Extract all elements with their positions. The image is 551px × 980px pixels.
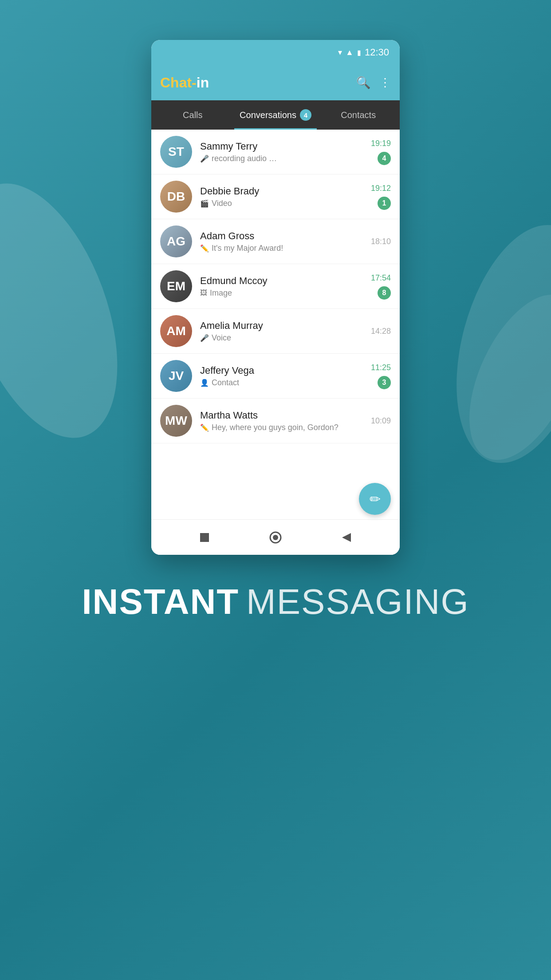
- logo-sep: -: [192, 75, 197, 91]
- nav-bar: [151, 519, 400, 555]
- conv-meta-sammy: 19:194: [371, 139, 391, 165]
- conv-preview-debbie: 🎬Video: [200, 199, 371, 208]
- conv-time-sammy: 19:19: [371, 139, 391, 148]
- conv-name-jeffery: Jeffery Vega: [200, 365, 371, 376]
- conv-preview-edmund: 🖼Image: [200, 288, 371, 298]
- search-button[interactable]: 🔍: [356, 76, 370, 90]
- conversation-item-sammy[interactable]: STSammy Terry🎤recording audio …19:194: [151, 130, 400, 174]
- conversation-item-edmund[interactable]: EMEdmund Mccoy🖼Image17:548: [151, 264, 400, 309]
- battery-icon: ▮: [357, 48, 361, 57]
- avatar-sammy: ST: [160, 136, 192, 168]
- nav-home-button[interactable]: [267, 529, 284, 546]
- conv-content-sammy: Sammy Terry🎤recording audio …: [200, 141, 371, 163]
- conv-preview-icon-sammy: 🎤: [200, 154, 209, 163]
- tab-conversations-label: Conversations: [240, 110, 296, 120]
- conv-content-edmund: Edmund Mccoy🖼Image: [200, 275, 371, 298]
- conversation-item-jeffery[interactable]: JVJeffery Vega👤Contact11:253: [151, 354, 400, 399]
- conv-preview-icon-amelia: 🎤: [200, 334, 209, 342]
- wifi-icon: ▾: [338, 47, 342, 57]
- conv-name-debbie: Debbie Brady: [200, 186, 371, 197]
- conv-meta-debbie: 19:121: [371, 184, 391, 210]
- conv-preview-icon-martha: ✏️: [200, 423, 209, 432]
- app-logo: Chat-in: [160, 75, 209, 91]
- conv-preview-adam: ✏️It's my Major Award!: [200, 244, 371, 253]
- conv-name-martha: Martha Watts: [200, 410, 371, 421]
- more-options-button[interactable]: ⋮: [379, 76, 391, 90]
- new-conversation-fab[interactable]: ✏: [359, 483, 391, 515]
- conv-content-martha: Martha Watts✏️Hey, where you guys goin, …: [200, 410, 371, 432]
- conv-unread-badge-debbie: 1: [378, 197, 391, 210]
- conv-preview-text-edmund: Image: [210, 288, 232, 298]
- conv-time-martha: 10:09: [371, 416, 391, 426]
- app-bar: Chat-in 🔍 ⋮: [151, 65, 400, 100]
- conv-preview-amelia: 🎤Voice: [200, 333, 371, 343]
- conv-unread-badge-jeffery: 3: [378, 376, 391, 389]
- conv-time-jeffery: 11:25: [371, 363, 391, 372]
- conv-preview-icon-adam: ✏️: [200, 244, 209, 253]
- svg-rect-0: [200, 533, 209, 542]
- logo-chat: Chat: [160, 75, 192, 91]
- status-icons: ▾ ▲ ▮ 12:30: [338, 47, 389, 58]
- avatar-edmund: EM: [160, 270, 192, 302]
- conv-time-edmund: 17:54: [371, 273, 391, 283]
- tab-contacts[interactable]: Contacts: [317, 100, 400, 130]
- conv-content-amelia: Amelia Murray🎤Voice: [200, 320, 371, 343]
- bottom-regular: MESSAGING: [246, 581, 469, 622]
- logo-in: in: [197, 75, 209, 91]
- conv-name-sammy: Sammy Terry: [200, 141, 371, 152]
- conversation-item-debbie[interactable]: DBDebbie Brady🎬Video19:121: [151, 174, 400, 219]
- conv-meta-edmund: 17:548: [371, 273, 391, 300]
- pencil-icon: ✏: [370, 491, 381, 507]
- svg-point-2: [273, 535, 278, 540]
- phone-frame: ▾ ▲ ▮ 12:30 Chat-in 🔍 ⋮ Calls Conversati…: [151, 40, 400, 555]
- bottom-bold: INSTANT: [82, 581, 239, 622]
- conv-preview-sammy: 🎤recording audio …: [200, 154, 371, 163]
- svg-marker-3: [342, 533, 351, 542]
- conversation-item-amelia[interactable]: AMAmelia Murray🎤Voice14:28: [151, 309, 400, 354]
- avatar-adam: AG: [160, 225, 192, 257]
- avatar-amelia: AM: [160, 315, 192, 347]
- avatar-debbie: DB: [160, 181, 192, 213]
- conv-time-amelia: 14:28: [371, 327, 391, 336]
- avatar-jeffery: JV: [160, 360, 192, 392]
- conv-unread-badge-sammy: 4: [378, 152, 391, 165]
- conv-content-debbie: Debbie Brady🎬Video: [200, 186, 371, 208]
- conv-time-debbie: 19:12: [371, 184, 391, 193]
- conv-meta-adam: 18:10: [371, 237, 391, 246]
- conversations-badge: 4: [300, 109, 311, 121]
- conv-name-adam: Adam Gross: [200, 230, 371, 242]
- bottom-text: INSTANT MESSAGING: [82, 581, 469, 622]
- conv-preview-text-adam: It's my Major Award!: [212, 244, 283, 253]
- conv-preview-text-martha: Hey, where you guys goin, Gordon?: [212, 423, 338, 432]
- status-bar: ▾ ▲ ▮ 12:30: [151, 40, 400, 65]
- conv-content-adam: Adam Gross✏️It's my Major Award!: [200, 230, 371, 253]
- tab-calls[interactable]: Calls: [151, 100, 234, 130]
- conv-unread-badge-edmund: 8: [378, 286, 391, 300]
- conv-preview-text-jeffery: Contact: [212, 378, 239, 387]
- conv-preview-icon-debbie: 🎬: [200, 199, 209, 208]
- app-bar-actions: 🔍 ⋮: [356, 76, 391, 90]
- bg-wave-left: [0, 163, 148, 458]
- signal-icon: ▲: [346, 48, 354, 57]
- conv-preview-icon-edmund: 🖼: [200, 289, 207, 297]
- conversation-item-adam[interactable]: AGAdam Gross✏️It's my Major Award!18:10: [151, 219, 400, 264]
- tab-contacts-label: Contacts: [341, 110, 376, 120]
- conv-meta-jeffery: 11:253: [371, 363, 391, 389]
- conv-preview-text-amelia: Voice: [212, 333, 231, 343]
- conv-meta-amelia: 14:28: [371, 327, 391, 336]
- conv-preview-martha: ✏️Hey, where you guys goin, Gordon?: [200, 423, 371, 432]
- conv-meta-martha: 10:09: [371, 416, 391, 426]
- avatar-martha: MW: [160, 405, 192, 437]
- nav-back-button[interactable]: [338, 529, 355, 546]
- tab-conversations[interactable]: Conversations 4: [234, 100, 317, 130]
- conv-preview-text-debbie: Video: [212, 199, 232, 208]
- conv-preview-icon-jeffery: 👤: [200, 379, 209, 387]
- conversation-list: STSammy Terry🎤recording audio …19:194DBD…: [151, 130, 400, 519]
- tab-calls-label: Calls: [183, 110, 202, 120]
- conv-name-edmund: Edmund Mccoy: [200, 275, 371, 287]
- conv-time-adam: 18:10: [371, 237, 391, 246]
- conv-preview-jeffery: 👤Contact: [200, 378, 371, 387]
- tab-bar: Calls Conversations 4 Contacts: [151, 100, 400, 130]
- conversation-item-martha[interactable]: MWMartha Watts✏️Hey, where you guys goin…: [151, 399, 400, 443]
- nav-stop-button[interactable]: [196, 529, 213, 546]
